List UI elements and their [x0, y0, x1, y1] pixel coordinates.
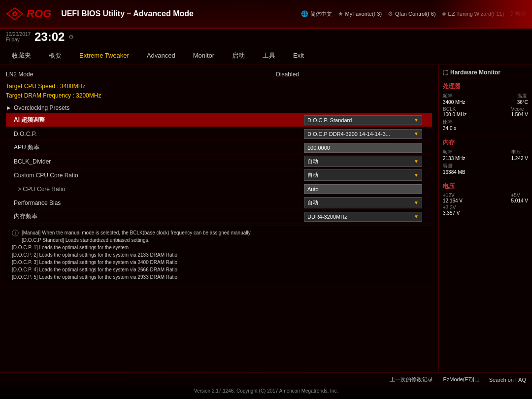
hotkey-icon: ? [510, 10, 513, 17]
perf-bias-arrow: ▼ [414, 200, 419, 205]
hw-bclk-label: BCLK [443, 106, 466, 112]
hw-mem-freq-label: 频率 [443, 149, 466, 156]
hotkey-label: 热键 [515, 10, 526, 18]
hw-12v-row: +12V 12.164 V +5V 5.014 V [443, 193, 528, 203]
globe-icon: 🌐 [301, 10, 308, 17]
hw-33v-row: +3.3V 3.357 V [443, 205, 528, 216]
header-icons: 🌐 简体中文 ★ MyFavorite(F3) ⚙ Qfan Control(F… [301, 10, 526, 18]
setting-row-bclk[interactable]: BCLK_Divider 自动 ▼ [6, 155, 432, 168]
hw-12v-label: +12V [443, 193, 463, 198]
hw-cpu-temp-label: 温度 [517, 93, 528, 100]
apu-input-value: 100.0000 [307, 145, 330, 151]
mem-freq-value: DDR4-3200MHz [307, 214, 347, 220]
ai-dropdown[interactable]: D.O.C.P. Standard ▼ [304, 115, 422, 125]
hw-section-cpu: 处理器 [443, 82, 528, 91]
last-modified-btn[interactable]: 上一次的修改记录 [390, 376, 433, 383]
rog-eye-icon [6, 7, 24, 21]
hw-ratio-value: 34.0 x [443, 126, 456, 131]
svg-point-2 [14, 13, 16, 15]
hw-cpu-freq-value: 3400 MHz [443, 100, 466, 105]
qfan-control-btn[interactable]: ⚙ Qfan Control(F6) [388, 10, 436, 17]
tab-advanced[interactable]: Advanced [139, 46, 183, 65]
info-line-2: [D.O.C.P. 1] Loads the optimal settings … [12, 244, 426, 251]
tab-exit[interactable]: Exit [285, 46, 312, 65]
setting-row-ai[interactable]: Ai 超频调整 D.O.C.P. Standard ▼ [6, 113, 432, 127]
apu-input[interactable]: 100.0000 [304, 143, 422, 153]
ez-mode-btn[interactable]: EzMode(F7)|⬚ [443, 376, 479, 383]
hw-vcore-value: 1.504 V [511, 112, 528, 117]
right-panel: ⬚ Hardware Monitor 处理器 频率 3400 MHz 温度 36… [438, 65, 532, 371]
hw-33v-label: +3.3V [443, 205, 460, 210]
search-faq-btn[interactable]: Search on FAQ [489, 377, 526, 383]
hw-vcore-label: Vcore [511, 106, 528, 112]
target-cpu-line: Target CPU Speed : 3400MHz [6, 82, 432, 91]
main-area: LN2 Mode Disabled Target CPU Speed : 340… [0, 65, 532, 371]
version-text: Version 2.17.1246. Copyright (C) 2017 Am… [194, 388, 338, 394]
setting-row-perf-bias[interactable]: Performance Bias 自动 ▼ [6, 196, 432, 210]
setting-row-mem-freq[interactable]: 内存频率 DDR4-3200MHz ▼ [6, 210, 432, 224]
setting-row-cpu-core-ratio-sub[interactable]: > CPU Core Ratio Auto [6, 182, 432, 196]
cpu-core-ratio-dropdown[interactable]: 自动 ▼ [304, 169, 422, 181]
cpu-core-ratio-sub-input[interactable]: Auto [304, 184, 422, 194]
tab-extreme-tweaker[interactable]: Extreme Tweaker [71, 46, 137, 65]
hw-cpu-freq-row: 频率 3400 MHz 温度 36°C [443, 93, 528, 105]
setting-value-apu: 100.0000 [304, 143, 432, 153]
time-display: 23:02 [34, 30, 65, 44]
hw-mem-cap-label: 容量 [443, 163, 466, 169]
setting-label-cpu-core-ratio-sub: > CPU Core Ratio [6, 184, 304, 195]
hw-bclk-value: 100.0 MHz [443, 112, 466, 117]
hw-bclk-row: BCLK 100.0 MHz Vcore 1.504 V [443, 106, 528, 117]
setting-row-docp[interactable]: D.O.C.P. D.O.C.P DDR4-3200 14-14-14-3...… [6, 127, 432, 141]
date-display: 10/20/2017 Friday [6, 32, 31, 42]
hw-mem-volt-label: 电压 [511, 149, 528, 156]
ez-tuning-label: EZ Tuning Wizard(F11) [448, 11, 504, 17]
hw-section-mem: 内存 [443, 138, 528, 147]
setting-label-perf-bias: Performance Bias [6, 198, 304, 208]
docp-dropdown[interactable]: D.O.C.P DDR4-3200 14-14-14-3... ▼ [304, 129, 422, 139]
fan-icon: ⚙ [388, 10, 393, 17]
my-favorite-btn[interactable]: ★ MyFavorite(F3) [338, 10, 382, 17]
tab-tools[interactable]: 工具 [255, 46, 283, 65]
ez-tuning-btn[interactable]: ◈ EZ Tuning Wizard(F11) [442, 10, 504, 17]
ez-mode-label: EzMode(F7)|⬚ [443, 376, 479, 383]
perf-bias-dropdown[interactable]: 自动 ▼ [304, 197, 422, 208]
info-text: [Manual] When the manual mode is selecte… [12, 229, 426, 281]
bclk-dropdown[interactable]: 自动 ▼ [304, 156, 422, 167]
setting-label-bclk: BCLK_Divider [6, 156, 304, 167]
target-dram-line: Target DRAM Frequency : 3200MHz [6, 91, 432, 100]
tab-favorites[interactable]: 收藏夹 [4, 46, 39, 65]
settings-gear-icon[interactable]: ⚙ [68, 33, 74, 40]
version-bar: Version 2.17.1246. Copyright (C) 2017 Am… [0, 386, 532, 399]
hw-33v-value: 3.357 V [443, 210, 460, 216]
setting-row-cpu-core-ratio[interactable]: Custom CPU Core Ratio 自动 ▼ [6, 168, 432, 182]
oc-presets-label: Overclocking Presets [14, 104, 69, 111]
bios-title: UEFI BIOS Utility – Advanced Mode [61, 9, 293, 18]
hw-divider-1 [443, 134, 528, 134]
datetime-bar: 10/20/2017 Friday 23:02 ⚙ [0, 29, 532, 46]
setting-row-apu[interactable]: APU 频率 100.0000 [6, 141, 432, 155]
hw-divider-2 [443, 178, 528, 178]
ai-dropdown-value: D.O.C.P. Standard [307, 117, 352, 123]
hw-mem-cap-row: 容量 16384 MB [443, 163, 528, 175]
hw-cpu-temp-value: 36°C [517, 100, 528, 105]
hw-ratio-row: 比率 34.0 x [443, 119, 528, 131]
tab-summary[interactable]: 概要 [41, 46, 69, 65]
tab-monitor[interactable]: Monitor [185, 46, 222, 65]
hotkey-btn[interactable]: ? 热键 [510, 10, 526, 18]
hw-12v-value: 12.164 V [443, 198, 463, 203]
target-info: Target CPU Speed : 3400MHz Target DRAM F… [6, 82, 432, 100]
mem-freq-dropdown[interactable]: DDR4-3200MHz ▼ [304, 212, 422, 222]
tab-boot[interactable]: 启动 [224, 46, 253, 65]
setting-label-mem-freq: 内存频率 [6, 210, 304, 223]
setting-value-bclk: 自动 ▼ [304, 156, 432, 167]
lang-selector[interactable]: 🌐 简体中文 [301, 10, 332, 18]
setting-value-ai: D.O.C.P. Standard ▼ [304, 115, 432, 125]
oc-presets-row[interactable]: Overclocking Presets [6, 102, 432, 113]
info-panel: ⓘ [Manual] When the manual mode is selec… [6, 226, 432, 284]
hw-monitor-title: ⬚ Hardware Monitor [443, 69, 528, 78]
info-line-1: [D.O.C.P Standard] Loads standardized un… [12, 236, 426, 244]
setting-label-ai: Ai 超频调整 [6, 114, 304, 126]
nav-tabs: 收藏夹 概要 Extreme Tweaker Advanced Monitor … [0, 46, 532, 65]
ai-dropdown-arrow: ▼ [414, 117, 419, 123]
hw-cpu-freq-label: 频率 [443, 93, 466, 100]
